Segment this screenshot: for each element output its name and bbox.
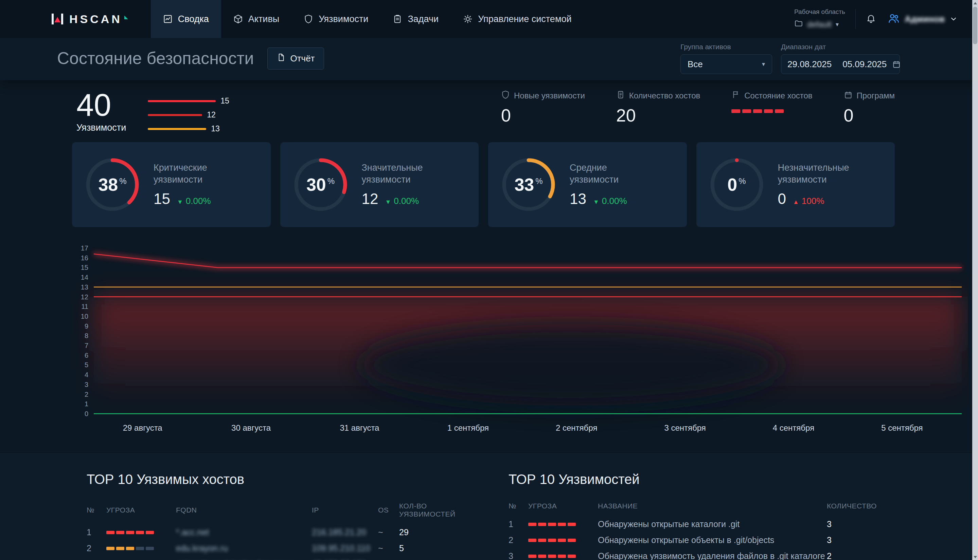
severity-bars: 15 12 13 — [148, 97, 229, 133]
divider — [855, 9, 856, 29]
svg-text:14: 14 — [81, 273, 88, 281]
svg-text:4 сентября: 4 сентября — [773, 423, 814, 432]
date-from: 29.08.2025 — [787, 59, 832, 70]
nav-tab-label: Активы — [248, 14, 279, 25]
app-logo[interactable]: HSCAN — [51, 0, 151, 38]
stat-programs: Программ 0 — [844, 90, 895, 126]
shield-icon — [304, 14, 313, 24]
table-row[interactable]: 3 enterpriseregistration.krayon.ru 40.12… — [87, 556, 470, 560]
vulnerability-name-cell: Обнаружены открытые объекты в .git/objec… — [598, 535, 827, 545]
threat-level-bars — [528, 555, 598, 558]
nav-tab-tasks[interactable]: Задачи — [381, 0, 451, 38]
flag-icon — [731, 90, 740, 101]
count-cell: 3 — [827, 535, 891, 545]
topbar-right: Рабочая область default ▾ Админов — [794, 0, 978, 38]
bar — [148, 128, 206, 130]
fqdn-cell: edu.krayon.ru — [176, 543, 312, 553]
nav-tab-label: Управление системой — [478, 14, 572, 25]
scrollbar-thumb[interactable] — [973, 7, 977, 44]
nav-tab-label: Уязвимости — [319, 14, 368, 25]
date-range-control: Диапазон дат 29.08.2025 05.09.2025 — [781, 43, 900, 74]
top-navigation-bar: HSCAN Сводка Активы Уязвимости Задачи Уп… — [0, 0, 978, 38]
asset-group-control: Группа активов Все ▾ — [680, 43, 772, 74]
svg-text:2: 2 — [85, 391, 88, 398]
hosts-icon — [616, 90, 625, 101]
os-cell: ~ — [378, 543, 399, 553]
svg-text:3 сентября: 3 сентября — [664, 423, 705, 432]
scrollbar-down-arrow[interactable] — [972, 554, 978, 560]
calendar-icon — [844, 90, 853, 101]
svg-text:31 августа: 31 августа — [340, 423, 379, 432]
stat-new-vulnerabilities: Новые уязвимости 0 — [501, 90, 585, 126]
svg-text:0: 0 — [85, 410, 88, 417]
asset-group-select[interactable]: Все ▾ — [680, 54, 772, 74]
card-label: Средние уязвимости — [570, 162, 658, 186]
report-button[interactable]: Отчёт — [267, 48, 324, 70]
card-value: 0 — [778, 190, 786, 207]
main-nav: Сводка Активы Уязвимости Задачи Управлен… — [151, 0, 584, 38]
table-row[interactable]: 1 Обнаружены открытые каталоги .git 3 — [508, 516, 891, 532]
table-row[interactable]: 2 edu.krayon.ru 109.95.210.110 ~ 5 — [87, 540, 470, 556]
bar — [148, 100, 216, 102]
chevron-down-icon: ▾ — [762, 60, 765, 68]
svg-text:1: 1 — [85, 400, 88, 408]
top10-vulnerabilities-table: ТОР 10 Уязвимостей № УГРОЗА НАЗВАНИЕ КОЛ… — [508, 472, 891, 560]
nav-tab-summary[interactable]: Сводка — [151, 0, 221, 38]
svg-text:13: 13 — [81, 283, 88, 291]
fqdn-cell: *.acc.net — [176, 527, 312, 537]
card-critical: 38% Критические уязвимости 15 ▼ 0.00% — [72, 142, 271, 227]
svg-text:1 сентября: 1 сентября — [447, 423, 489, 432]
severity-bar-critical: 15 — [148, 97, 229, 105]
trend-arrow-icon: ▲ — [793, 198, 799, 206]
stat-host-count: Количество хостов 20 — [616, 90, 700, 126]
shield-icon — [501, 90, 510, 101]
trend-indicator: ▼ 0.00% — [385, 196, 419, 207]
scrollbar-up-arrow[interactable] — [972, 0, 978, 6]
user-menu[interactable]: Админов — [888, 12, 958, 26]
chevron-down-icon: ▾ — [836, 21, 839, 28]
nav-tab-assets[interactable]: Активы — [221, 0, 291, 38]
bar — [148, 114, 202, 116]
page-header: Состояние безопасности Отчёт Группа акти… — [0, 38, 978, 80]
vulnerability-name-cell: Обнаружена уязвимость удаления файлов в … — [598, 551, 827, 560]
table-title: ТОР 10 Уязвимостей — [508, 472, 891, 487]
card-value: 15 — [154, 190, 170, 207]
table-row[interactable]: 1 *.acc.net 216.185.21.20 ~ 29 — [87, 524, 470, 540]
host-state-indicator — [731, 109, 812, 113]
donut-chart: 38% — [84, 156, 141, 213]
document-icon — [276, 53, 285, 64]
assets-icon — [233, 14, 243, 24]
nav-tab-system-management[interactable]: Управление системой — [451, 0, 583, 38]
notifications-button[interactable] — [866, 13, 876, 25]
svg-text:5 сентября: 5 сентября — [881, 423, 923, 432]
users-icon — [888, 12, 900, 26]
browser-scrollbar[interactable] — [972, 0, 978, 560]
severity-bar-significant: 12 — [148, 110, 229, 120]
gear-icon — [463, 14, 473, 24]
top10-vulnerable-hosts-table: ТОР 10 Уязвимых хостов № УГРОЗА FQDN IP … — [87, 472, 470, 560]
date-range-picker[interactable]: 29.08.2025 05.09.2025 — [781, 54, 900, 74]
trend-arrow-icon: ▼ — [177, 198, 183, 206]
card-significant: 30% Значительные уязвимости 12 ▼ 0.00% — [280, 142, 479, 227]
svg-text:7: 7 — [85, 342, 88, 349]
severity-bar-medium: 13 — [148, 124, 229, 133]
trend-indicator: ▲ 100% — [793, 196, 824, 207]
nav-tab-vulnerabilities[interactable]: Уязвимости — [291, 0, 381, 38]
dashboard-icon — [163, 14, 172, 24]
table-row[interactable]: 2 Обнаружены открытые объекты в .git/obj… — [508, 532, 891, 548]
donut-chart: 33% — [500, 156, 557, 213]
stat-value: 0 — [844, 105, 895, 126]
count-cell: 29 — [399, 527, 470, 537]
svg-text:12: 12 — [81, 293, 88, 301]
table-row[interactable]: 3 Обнаружена уязвимость удаления файлов … — [508, 548, 891, 560]
threat-level-bars — [528, 538, 598, 542]
nav-tab-label: Задачи — [408, 14, 438, 25]
table-header: № УГРОЗА НАЗВАНИЕ КОЛИЧЕСТВО — [508, 498, 891, 516]
total-vulnerabilities-value: 40 — [77, 90, 126, 120]
workspace-selector[interactable]: Рабочая область default ▾ — [794, 8, 845, 30]
card-medium: 33% Средние уязвимости 13 ▼ 0.00% — [488, 142, 687, 227]
nav-tab-label: Сводка — [178, 14, 209, 25]
trend-indicator: ▼ 0.00% — [593, 196, 627, 207]
svg-text:15: 15 — [81, 264, 88, 271]
donut-chart: 0% — [708, 156, 766, 213]
